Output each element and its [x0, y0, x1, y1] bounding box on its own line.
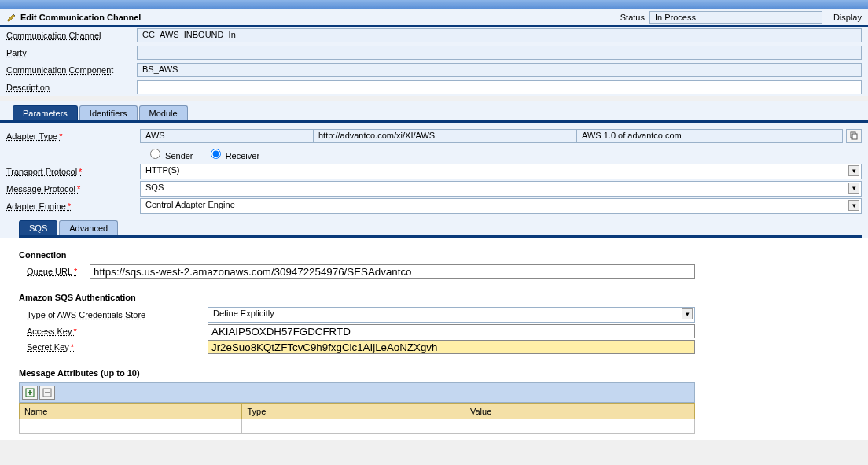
comm-component-input[interactable]: BS_AWS: [137, 63, 862, 77]
cell-value[interactable]: [465, 419, 694, 434]
description-input[interactable]: [137, 80, 862, 94]
radio-receiver[interactable]: Receiver: [207, 151, 259, 161]
adapter-type-namespace[interactable]: http://advantco.com/xi/XI/AWS: [313, 129, 576, 143]
copy-object-button[interactable]: [846, 129, 862, 143]
dropdown-icon[interactable]: ▾: [848, 183, 859, 194]
description-label: Description: [6, 83, 137, 92]
direction-radios: Sender Receiver: [6, 146, 862, 161]
queue-url-label: Queue URL*: [19, 267, 90, 276]
access-key-input[interactable]: [208, 324, 695, 338]
transport-protocol-select[interactable]: HTTP(S) ▾: [140, 164, 862, 179]
row-adapter-type: Adapter Type* AWS http://advantco.com/xi…: [6, 129, 862, 143]
comm-channel-input[interactable]: CC_AWS_INBOUND_In: [137, 28, 862, 42]
auth-title: Amazon SQS Authentication: [19, 293, 849, 302]
comm-channel-label: Communication Channel: [6, 31, 137, 40]
tab-identifiers[interactable]: Identifiers: [79, 105, 138, 120]
adapter-type-name[interactable]: AWS: [140, 129, 313, 143]
subtab-sqs[interactable]: SQS: [19, 220, 57, 235]
editor-header: Edit Communication Channel Status In Pro…: [0, 9, 868, 27]
tab-module[interactable]: Module: [139, 105, 188, 120]
status-label: Status: [620, 13, 645, 22]
row-party: Party: [0, 44, 868, 61]
cell-name[interactable]: [20, 419, 242, 434]
add-row-button[interactable]: [22, 386, 38, 400]
remove-row-button[interactable]: [39, 386, 55, 400]
row-queue-url: Queue URL*: [19, 264, 849, 279]
attr-toolbar: [19, 382, 695, 403]
table-row[interactable]: [20, 419, 695, 434]
party-input[interactable]: [137, 46, 862, 60]
window-chrome-stub: [0, 0, 868, 9]
transport-protocol-label: Transport Protocol*: [6, 167, 140, 176]
page-title: Edit Communication Channel: [20, 13, 141, 22]
edit-icon: [6, 12, 17, 23]
message-protocol-select[interactable]: SQS ▾: [140, 181, 862, 197]
col-value[interactable]: Value: [465, 404, 694, 419]
row-adapter-engine: Adapter Engine* Central Adapter Engine ▾: [6, 198, 862, 214]
adapter-type-fields: AWS http://advantco.com/xi/XI/AWS AWS 1.…: [140, 129, 843, 143]
secret-key-label: Secret Key*: [19, 342, 208, 352]
row-transport-protocol: Transport Protocol* HTTP(S) ▾: [6, 164, 862, 179]
dropdown-icon[interactable]: ▾: [848, 165, 859, 176]
comm-component-label: Communication Component: [6, 65, 137, 75]
cred-type-select[interactable]: Define Explicitly ▾: [208, 307, 695, 323]
access-key-label: Access Key*: [19, 327, 208, 336]
secret-key-input[interactable]: [208, 340, 695, 354]
row-comm-component: Communication Component BS_AWS: [0, 61, 868, 79]
message-protocol-label: Message Protocol*: [6, 184, 140, 194]
row-description: Description: [0, 79, 868, 96]
svg-rect-1: [852, 134, 857, 139]
adapter-type-label: Adapter Type*: [6, 131, 140, 141]
status-value: In Process: [649, 11, 822, 24]
tab-parameters[interactable]: Parameters: [13, 105, 78, 120]
msg-attr-title: Message Attributes (up to 10): [19, 368, 849, 378]
dropdown-icon[interactable]: ▾: [848, 200, 859, 211]
adapter-engine-label: Adapter Engine*: [6, 201, 140, 211]
row-secret-key: Secret Key*: [19, 340, 849, 354]
party-label: Party: [6, 48, 137, 57]
message-attributes-table: Name Type Value: [19, 403, 695, 434]
connection-title: Connection: [19, 250, 849, 260]
sqs-panel: Connection Queue URL* Amazon SQS Authent…: [0, 238, 868, 440]
dropdown-icon[interactable]: ▾: [682, 308, 693, 319]
main-tabs: Parameters Identifiers Module: [0, 101, 868, 123]
subtab-advanced[interactable]: Advanced: [59, 220, 118, 235]
col-name[interactable]: Name: [20, 404, 242, 419]
col-type[interactable]: Type: [242, 404, 465, 419]
row-comm-channel: Communication Channel CC_AWS_INBOUND_In: [0, 27, 868, 44]
cell-type[interactable]: [242, 419, 465, 434]
sub-tabs: SQS Advanced: [19, 220, 862, 238]
queue-url-input[interactable]: [90, 264, 695, 279]
adapter-type-version[interactable]: AWS 1.0 of advantco.com: [576, 129, 843, 143]
display-link[interactable]: Display: [833, 13, 862, 22]
cred-type-label: Type of AWS Credentials Store: [19, 310, 208, 319]
row-access-key: Access Key*: [19, 324, 849, 338]
adapter-engine-select[interactable]: Central Adapter Engine ▾: [140, 198, 862, 214]
radio-sender[interactable]: Sender: [146, 151, 193, 161]
row-cred-type: Type of AWS Credentials Store Define Exp…: [19, 307, 849, 323]
parameters-section: Adapter Type* AWS http://advantco.com/xi…: [0, 123, 868, 238]
row-message-protocol: Message Protocol* SQS ▾: [6, 181, 862, 197]
